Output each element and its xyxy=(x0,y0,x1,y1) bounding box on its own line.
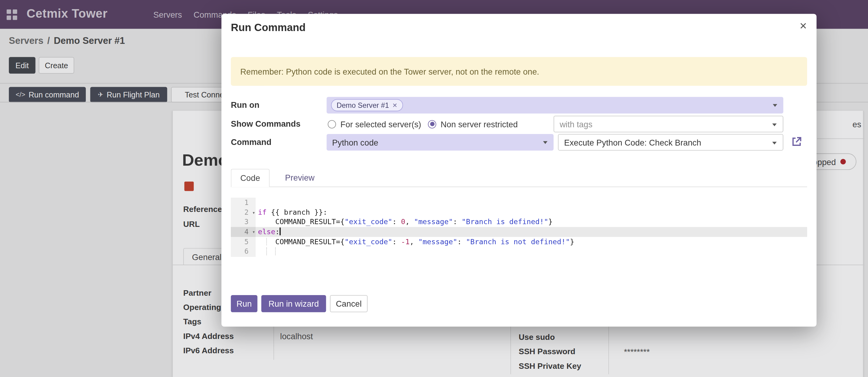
chevron-down-icon xyxy=(772,142,777,144)
editor-gutter: 12▾34▾56 xyxy=(231,198,256,257)
close-icon[interactable]: ✕ xyxy=(796,18,811,34)
gutter-line-number: 6 xyxy=(231,246,256,256)
remove-tag-icon[interactable]: ✕ xyxy=(392,102,398,109)
run-in-wizard-button[interactable]: Run in wizard xyxy=(261,295,326,312)
fold-arrow-icon[interactable]: ▾ xyxy=(252,208,255,218)
modal-title: Run Command xyxy=(231,22,306,34)
code-line: COMMAND_RESULT={"exit_code": 0, "message… xyxy=(256,217,807,227)
code-line: if {{ branch }}: xyxy=(256,207,807,217)
command-select[interactable]: Execute Python Code: Check Branch xyxy=(558,134,783,151)
chevron-down-icon xyxy=(773,104,777,107)
editor-code[interactable]: if {{ branch }}: COMMAND_RESULT={"exit_c… xyxy=(256,198,807,257)
command-label: Command xyxy=(231,137,271,147)
gutter-line-number: 2▾ xyxy=(231,207,256,217)
run-on-tags-field[interactable]: Demo Server #1 ✕ xyxy=(327,97,783,114)
radio-icon-checked[interactable] xyxy=(428,120,436,128)
text-cursor xyxy=(280,228,281,235)
run-button[interactable]: Run xyxy=(231,295,257,312)
modal-tabs: Code Preview xyxy=(231,169,807,187)
gutter-line-number: 5 xyxy=(231,237,256,246)
command-type-select[interactable]: Python code xyxy=(327,134,554,151)
indent-guide xyxy=(275,248,276,255)
radio-icon-unchecked[interactable] xyxy=(328,120,336,128)
tab-preview[interactable]: Preview xyxy=(276,168,323,187)
code-line: COMMAND_RESULT={"exit_code": -1, "messag… xyxy=(256,237,807,246)
warning-alert: Remember: Python code is executed on the… xyxy=(231,57,807,86)
run-command-modal: Run Command ✕ Remember: Python code is e… xyxy=(222,14,816,326)
code-editor[interactable]: 12▾34▾56 if {{ branch }}: COMMAND_RESULT… xyxy=(231,198,807,257)
tab-code[interactable]: Code xyxy=(231,169,269,187)
cancel-button[interactable]: Cancel xyxy=(330,295,368,312)
code-line: else: xyxy=(256,227,807,237)
server-tag-chip: Demo Server #1 ✕ xyxy=(331,99,403,111)
code-line xyxy=(256,246,807,256)
gutter-line-number: 3 xyxy=(231,217,256,227)
app-stage: Cetmix Tower ServersCommandsFilesToolsSe… xyxy=(0,0,868,377)
external-link-icon[interactable] xyxy=(790,136,803,148)
fold-arrow-icon[interactable]: ▾ xyxy=(252,228,255,237)
indent-guide xyxy=(266,248,267,255)
gutter-line-number: 1 xyxy=(231,198,256,207)
chevron-down-icon xyxy=(543,141,548,144)
radio-non-server-restricted[interactable]: Non server restricted xyxy=(428,116,518,133)
chevron-down-icon xyxy=(772,123,777,126)
run-on-label: Run on xyxy=(231,100,259,110)
show-commands-label: Show Commands xyxy=(231,119,300,128)
radio-for-selected-servers[interactable]: For selected server(s) xyxy=(328,116,421,133)
gutter-line-number: 4▾ xyxy=(231,227,256,237)
indent-guide xyxy=(266,238,267,245)
code-line xyxy=(256,198,807,207)
with-tags-select[interactable]: with tags xyxy=(554,116,783,133)
